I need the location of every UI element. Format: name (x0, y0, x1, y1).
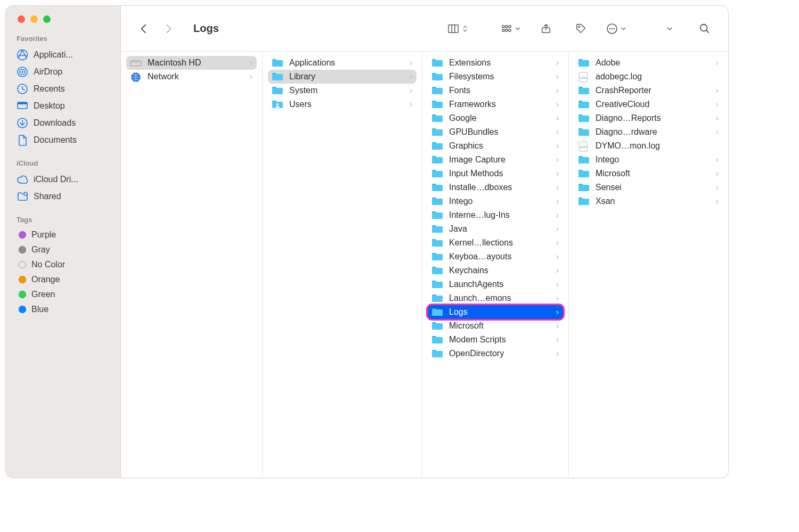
file-row[interactable]: Intego› (574, 153, 723, 167)
sidebar-item[interactable]: No Color (6, 257, 120, 272)
finder-window: FavoritesApplicati...AirDropRecentsDeskt… (5, 5, 729, 478)
file-row[interactable]: CreativeCloud› (574, 97, 723, 111)
file-row[interactable]: LaunchAgents› (428, 277, 563, 291)
overflow-button[interactable] (660, 19, 679, 38)
file-row[interactable]: Applications› (268, 56, 417, 70)
folder-icon (431, 210, 444, 220)
file-row[interactable]: CrashReporter› (574, 84, 723, 97)
file-row[interactable]: adobegc.log (574, 70, 723, 84)
sidebar-item-label: Desktop (34, 101, 65, 111)
folder-icon (577, 154, 590, 165)
file-row[interactable]: Kernel…llections› (428, 236, 563, 250)
file-row[interactable]: Launch…emons› (428, 291, 563, 305)
file-row[interactable]: Logs› (428, 305, 563, 319)
chevron-right-icon: › (556, 349, 559, 358)
file-row[interactable]: Extensions› (428, 56, 563, 70)
file-row[interactable]: Installe…dboxes› (428, 181, 563, 194)
folder-icon (431, 85, 444, 96)
sidebar-item[interactable]: Downloads (6, 114, 120, 132)
tags-button[interactable] (572, 19, 591, 38)
file-row[interactable]: Network› (126, 70, 257, 84)
document-icon (17, 134, 28, 146)
file-row[interactable]: System› (268, 84, 417, 97)
file-row[interactable]: Users› (268, 97, 417, 111)
file-row[interactable]: Microsoft› (428, 319, 563, 333)
file-row[interactable]: Modem Scripts› (428, 333, 563, 347)
file-row[interactable]: Image Capture› (428, 153, 563, 167)
file-row[interactable]: Adobe› (574, 56, 723, 70)
chevron-right-icon: › (716, 155, 719, 165)
file-row[interactable]: Macintosh HD› (126, 56, 257, 70)
file-name: Microsoft (449, 321, 551, 331)
sidebar-item[interactable]: Green (6, 287, 120, 302)
file-row[interactable]: Keyboa…ayouts› (428, 250, 563, 264)
file-name: CrashReporter (596, 86, 711, 95)
file-row[interactable]: Fonts› (428, 84, 563, 97)
sidebar-item[interactable]: Desktop (6, 97, 120, 114)
forward-button[interactable] (159, 19, 178, 38)
file-row[interactable]: OpenDirectory› (428, 347, 563, 361)
file-name: Macintosh HD (148, 58, 244, 68)
sidebar-item[interactable]: Orange (6, 272, 120, 287)
sidebar-item[interactable]: Gray (6, 242, 120, 257)
file-name: Users (289, 100, 404, 109)
sidebar-item[interactable]: iCloud Dri... (6, 171, 120, 188)
chevron-right-icon: › (716, 197, 719, 206)
chevron-right-icon: › (556, 224, 559, 234)
sidebar-item[interactable]: Applicati... (6, 46, 120, 63)
search-button[interactable] (695, 19, 714, 38)
file-row[interactable]: Xsan› (574, 194, 723, 208)
file-name: Microsoft (596, 169, 711, 178)
fullscreen-button[interactable] (43, 15, 51, 23)
chevron-right-icon: › (556, 155, 559, 165)
folder-icon (431, 99, 444, 110)
group-by-button[interactable] (501, 19, 520, 38)
sidebar-item-label: Shared (34, 192, 61, 201)
action-menu-button[interactable] (607, 19, 626, 38)
column-4[interactable]: Adobe›adobegc.logCrashReporter›CreativeC… (569, 52, 728, 478)
file-row[interactable]: Interne…lug-Ins› (428, 208, 563, 222)
column-view: Macintosh HD›Network› Applications›Libra… (121, 52, 728, 478)
chevron-right-icon: › (556, 113, 559, 123)
file-row[interactable]: Intego› (428, 194, 563, 208)
file-row[interactable]: GPUBundles› (428, 125, 563, 139)
chevron-right-icon: › (556, 293, 559, 303)
share-button[interactable] (536, 19, 556, 38)
folder-icon (271, 71, 284, 82)
file-row[interactable]: Sensei› (574, 181, 723, 194)
file-row[interactable]: Input Methods› (428, 167, 563, 181)
column-1[interactable]: Macintosh HD›Network› (121, 52, 263, 478)
chevron-right-icon: › (716, 127, 719, 137)
updown-icon (461, 24, 469, 34)
file-name: Extensions (449, 58, 551, 68)
sidebar-item-label: Downloads (34, 118, 76, 128)
file-name: Fonts (449, 86, 551, 95)
file-row[interactable]: Library› (268, 70, 417, 84)
sidebar-item[interactable]: Shared (6, 188, 120, 205)
file-row[interactable]: Filesystems› (428, 70, 563, 84)
minimize-button[interactable] (30, 15, 38, 23)
file-row[interactable]: DYMO…mon.log (574, 139, 723, 153)
sidebar-item[interactable]: Recents (6, 80, 120, 97)
column-3[interactable]: Extensions›Filesystems›Fonts›Frameworks›… (422, 52, 569, 478)
column-2[interactable]: Applications›Library›System›Users› (263, 52, 422, 478)
file-row[interactable]: Diagno…rdware› (574, 125, 723, 139)
file-name: OpenDirectory (449, 349, 551, 358)
file-row[interactable]: Frameworks› (428, 97, 563, 111)
chevron-right-icon: › (716, 86, 719, 95)
main-area: Logs (121, 6, 728, 478)
close-button[interactable] (18, 15, 25, 23)
file-row[interactable]: Diagno…Reports› (574, 111, 723, 125)
sidebar-item[interactable]: Documents (6, 132, 120, 149)
back-button[interactable] (135, 19, 154, 38)
file-row[interactable]: Java› (428, 222, 563, 236)
sidebar-item[interactable]: AirDrop (6, 63, 120, 80)
file-row[interactable]: Keychains› (428, 264, 563, 277)
sidebar-item[interactable]: Purple (6, 227, 120, 242)
chevron-right-icon: › (716, 183, 719, 192)
file-row[interactable]: Graphics› (428, 139, 563, 153)
file-row[interactable]: Google› (428, 111, 563, 125)
file-row[interactable]: Microsoft› (574, 167, 723, 181)
sidebar-item[interactable]: Blue (6, 302, 120, 317)
view-columns-button[interactable] (448, 19, 467, 38)
